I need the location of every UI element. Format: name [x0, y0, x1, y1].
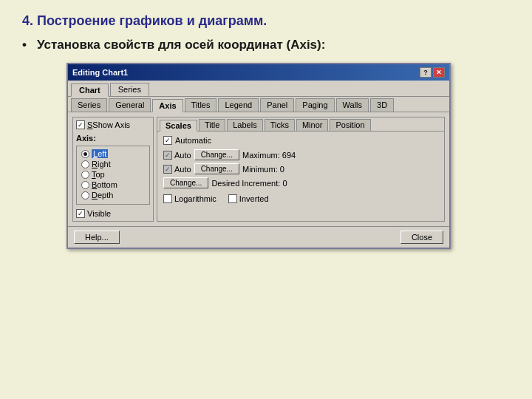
innertab-ticks[interactable]: Ticks	[265, 119, 295, 131]
innertab-scales[interactable]: Scales	[160, 120, 197, 132]
help-button[interactable]: Help...	[74, 231, 120, 244]
dialog-footer: Help... Close	[68, 226, 449, 248]
increment-label: Desired Increment: 0	[211, 179, 287, 188]
axis-group-label: Axis:	[76, 134, 150, 143]
dialog-window: Editing Chart1 ? ✕ Chart Series Series G…	[66, 63, 451, 249]
dialog-titlebar: Editing Chart1 ? ✕	[68, 64, 449, 81]
close-title-button[interactable]: ✕	[433, 67, 445, 78]
subtab-3d[interactable]: 3D	[370, 98, 394, 112]
inverted-label: Inverted	[239, 194, 269, 203]
logarithmic-label: Logarithmic	[174, 194, 216, 203]
subtab-series[interactable]: Series	[71, 98, 107, 112]
radio-left-icon	[81, 150, 89, 158]
inverted-item: Inverted	[228, 194, 269, 203]
dialog-body: SShow Axis Axis: Left Right Top	[68, 112, 449, 226]
radio-right-icon	[81, 160, 89, 168]
min-auto-check: Auto	[163, 165, 191, 174]
radio-bottom-icon	[81, 181, 89, 189]
show-axis-checkbox[interactable]	[76, 120, 85, 129]
minimum-label: Minimum: 0	[242, 165, 284, 174]
maximum-row: Auto Change... Maximum: 694	[163, 149, 438, 160]
right-panel: Scales Title Labels Ticks Minor Position…	[157, 117, 445, 222]
radio-bottom-label: Bottom	[92, 180, 117, 189]
subtab-general[interactable]: General	[109, 98, 151, 112]
axis-radio-group: Left Right Top Bottom Depth	[76, 146, 150, 205]
automatic-checkbox[interactable]	[163, 136, 172, 145]
min-auto-label: Auto	[174, 165, 191, 174]
increment-row: Change... Desired Increment: 0	[163, 177, 438, 188]
min-auto-checkbox[interactable]	[163, 165, 172, 174]
show-axis-label: SShow Axis	[87, 120, 130, 129]
radio-left-label: Left	[92, 149, 108, 158]
bullet-text: Установка свойств для осей координат (Ax…	[22, 38, 510, 52]
dialog-title: Editing Chart1	[72, 68, 128, 77]
visible-row: Visible	[76, 209, 150, 218]
max-auto-label: Auto	[174, 151, 191, 160]
radio-top-label: Top	[92, 170, 105, 179]
subtab-titles[interactable]: Titles	[185, 98, 217, 112]
automatic-row: Automatic	[163, 136, 438, 145]
radio-depth[interactable]: Depth	[81, 191, 145, 200]
radio-bottom[interactable]: Bottom	[81, 180, 145, 189]
innertab-minor[interactable]: Minor	[296, 119, 329, 131]
subtab-walls[interactable]: Walls	[336, 98, 369, 112]
radio-top-icon	[81, 171, 89, 179]
inner-tabs: Scales Title Labels Ticks Minor Position	[157, 117, 444, 132]
subtab-axis[interactable]: Axis	[152, 99, 183, 112]
radio-top[interactable]: Top	[81, 170, 145, 179]
innertab-title[interactable]: Title	[199, 119, 225, 131]
log-inv-row: Logarithmic Inverted	[163, 194, 438, 203]
automatic-label: Automatic	[175, 136, 211, 145]
help-title-button[interactable]: ?	[420, 67, 432, 78]
top-tabs: Chart Series	[68, 81, 449, 97]
subtab-paging[interactable]: Paging	[296, 98, 334, 112]
radio-right-label: Right	[92, 160, 111, 168]
logarithmic-item: Logarithmic	[163, 194, 216, 203]
tab-series[interactable]: Series	[110, 83, 149, 96]
show-axis-row: SShow Axis	[76, 120, 150, 129]
subtab-panel[interactable]: Panel	[260, 98, 294, 112]
close-button[interactable]: Close	[400, 231, 443, 244]
max-change-button[interactable]: Change...	[194, 149, 239, 160]
scales-content: Automatic Auto Change... Maximum: 694 Au…	[157, 132, 444, 208]
radio-depth-icon	[81, 191, 89, 200]
innertab-labels[interactable]: Labels	[227, 119, 262, 131]
innertab-position[interactable]: Position	[330, 119, 370, 131]
radio-right[interactable]: Right	[81, 160, 145, 168]
tab-chart[interactable]: Chart	[71, 83, 109, 97]
max-auto-check: Auto	[163, 151, 191, 160]
visible-checkbox[interactable]	[76, 209, 85, 218]
dialog-controls: ? ✕	[420, 67, 445, 78]
visible-label: Visible	[87, 209, 111, 218]
radio-depth-label: Depth	[92, 191, 113, 200]
increment-change-button[interactable]: Change...	[163, 177, 208, 188]
axis-panel: SShow Axis Axis: Left Right Top	[72, 117, 154, 222]
radio-left[interactable]: Left	[81, 149, 145, 158]
maximum-label: Maximum: 694	[242, 151, 296, 160]
max-auto-checkbox[interactable]	[163, 151, 172, 160]
min-change-button[interactable]: Change...	[194, 163, 239, 174]
sub-tabs: Series General Axis Titles Legend Panel …	[68, 97, 449, 112]
minimum-row: Auto Change... Minimum: 0	[163, 163, 438, 174]
subtab-legend[interactable]: Legend	[218, 98, 259, 112]
page-heading: 4. Построение графиков и диаграмм.	[22, 13, 510, 29]
logarithmic-checkbox[interactable]	[163, 194, 172, 203]
inverted-checkbox[interactable]	[228, 194, 237, 203]
